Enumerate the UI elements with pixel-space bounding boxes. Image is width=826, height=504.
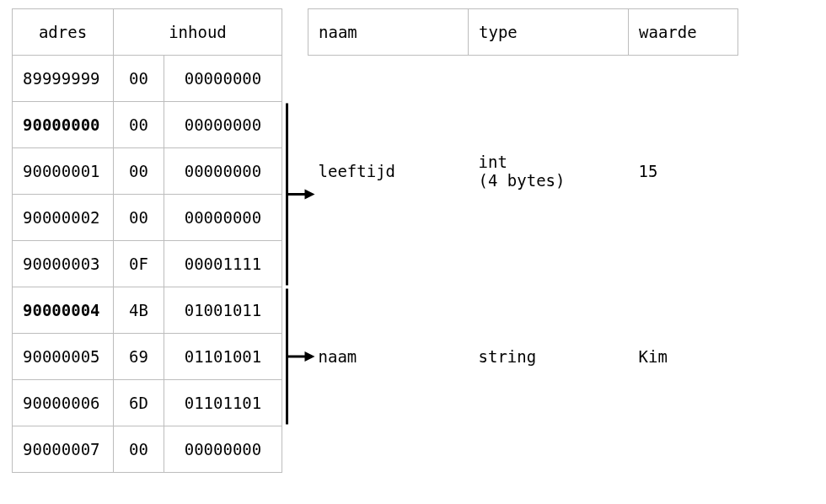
memory-header-address: adres	[13, 9, 114, 56]
memory-cell-hex: 00	[114, 426, 164, 473]
memory-cell-bin: 00000000	[164, 148, 282, 195]
memory-cell-hex: 0F	[114, 241, 164, 287]
memory-row: 900000070000000000	[13, 426, 282, 473]
vars-header-type: type	[469, 9, 629, 56]
memory-cell-address: 90000003	[13, 241, 114, 287]
memory-cell-bin: 01101101	[164, 380, 282, 426]
memory-cell-hex: 00	[114, 56, 164, 102]
vars-cell-type: int (4 bytes)	[469, 148, 629, 195]
vars-cell-name: leeftijd	[308, 148, 469, 195]
vars-row: leeftijdint (4 bytes)15	[308, 148, 738, 195]
memory-cell-hex: 00	[114, 102, 164, 148]
vars-cell-name: naam	[308, 334, 469, 380]
memory-cell-address: 90000004	[13, 287, 114, 334]
vars-row: naamstringKim	[308, 334, 738, 380]
memory-cell-bin: 01001011	[164, 287, 282, 334]
memory-cell-hex: 00	[114, 195, 164, 241]
memory-cell-address: 90000001	[13, 148, 114, 195]
memory-cell-address: 90000000	[13, 102, 114, 148]
variables-table: naam type waarde leeftijdint (4 bytes)15…	[308, 8, 738, 473]
memory-cell-bin: 00000000	[164, 426, 282, 473]
vars-row	[308, 287, 738, 334]
vars-row	[308, 195, 738, 241]
vars-cell-value: 15	[629, 148, 738, 195]
diagram-wrap: adres inhoud 899999990000000000900000000…	[12, 8, 738, 473]
memory-row: 899999990000000000	[13, 56, 282, 102]
memory-cell-hex: 6D	[114, 380, 164, 426]
memory-cell-address: 90000005	[13, 334, 114, 380]
vars-cell-value: Kim	[629, 334, 738, 380]
memory-cell-bin: 00000000	[164, 56, 282, 102]
memory-cell-bin: 01101001	[164, 334, 282, 380]
memory-cell-bin: 00000000	[164, 102, 282, 148]
vars-row	[308, 241, 738, 287]
vars-header-value: waarde	[629, 9, 738, 56]
memory-row: 900000056901101001	[13, 334, 282, 380]
memory-header-content: inhoud	[114, 9, 282, 56]
vars-row	[308, 380, 738, 426]
memory-cell-hex: 69	[114, 334, 164, 380]
memory-row: 900000044B01001011	[13, 287, 282, 334]
memory-cell-bin: 00000000	[164, 195, 282, 241]
memory-cell-address: 90000002	[13, 195, 114, 241]
vars-header-name: naam	[308, 9, 469, 56]
vars-row	[308, 426, 738, 473]
memory-row: 900000010000000000	[13, 148, 282, 195]
memory-cell-hex: 00	[114, 148, 164, 195]
memory-cell-address: 90000007	[13, 426, 114, 473]
memory-row: 900000000000000000	[13, 102, 282, 148]
memory-cell-address: 89999999	[13, 56, 114, 102]
vars-row	[308, 56, 738, 102]
memory-row: 900000020000000000	[13, 195, 282, 241]
memory-table: adres inhoud 899999990000000000900000000…	[12, 8, 282, 473]
memory-cell-hex: 4B	[114, 287, 164, 334]
vars-row	[308, 102, 738, 148]
memory-row: 900000030F00001111	[13, 241, 282, 287]
vars-cell-type: string	[469, 334, 629, 380]
memory-row: 900000066D01101101	[13, 380, 282, 426]
memory-cell-address: 90000006	[13, 380, 114, 426]
memory-cell-bin: 00001111	[164, 241, 282, 287]
